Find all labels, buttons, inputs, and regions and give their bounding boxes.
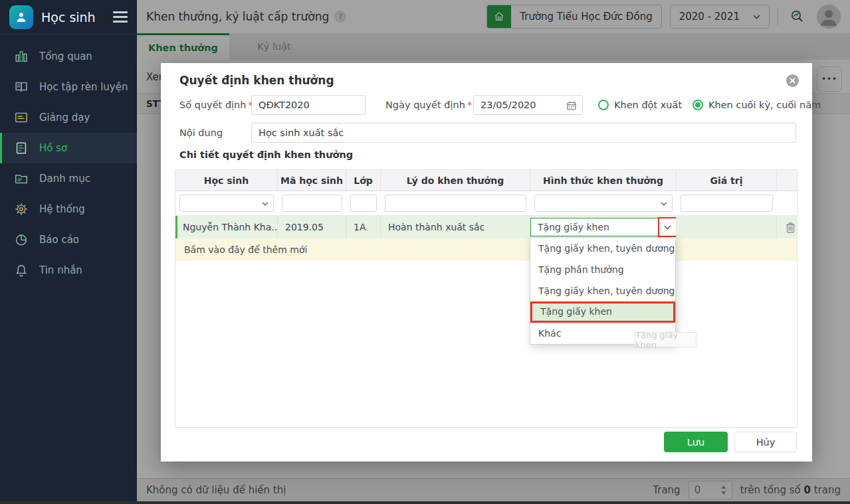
dropdown-option-2[interactable]: Tặng phần thưởng xyxy=(530,259,675,280)
radio-unchecked-icon xyxy=(598,100,609,110)
bell-icon xyxy=(13,262,29,278)
hamburger-menu-icon[interactable] xyxy=(113,11,128,23)
column-header-gia-tri: Giá trị xyxy=(677,170,777,191)
document-icon xyxy=(13,140,29,156)
table-header-row: Học sinh Mã học sinh Lớp Lý do khen thưở… xyxy=(175,170,797,191)
detail-section-title: Chi tiết quyết định khen thưởng xyxy=(179,149,353,160)
board-icon xyxy=(13,110,29,126)
add-new-row[interactable]: Bấm vào đây để thêm mới xyxy=(175,238,797,261)
filter-select-hoc-sinh[interactable] xyxy=(179,195,274,212)
content-label: Nội dung xyxy=(179,123,223,143)
cell-reason: Hoàn thành xuất sắc xyxy=(381,216,530,238)
cell-class: 1A xyxy=(346,216,381,238)
cell-student-code: 2019.05 xyxy=(278,216,346,238)
radio-khen-dot-xuat[interactable]: Khen đột xuất xyxy=(598,95,682,115)
trash-icon[interactable] xyxy=(786,222,796,233)
decision-date-label: Ngày quyết định* xyxy=(385,95,472,115)
column-header-actions xyxy=(777,170,797,191)
table-filter-row xyxy=(175,191,797,216)
filter-input-lop[interactable] xyxy=(350,195,377,212)
book-icon xyxy=(13,79,29,95)
reward-type-dropdown-menu: Tặng giấy khen, tuyên dương, phần Tặng p… xyxy=(530,237,676,345)
sidebar-item-bao-cao[interactable]: Báo cáo xyxy=(0,224,137,255)
sidebar-item-label: Báo cáo xyxy=(39,234,79,246)
app-title: Học sinh xyxy=(41,10,105,25)
pie-chart-icon xyxy=(13,232,29,248)
sidebar-item-giang-day[interactable]: Giảng dạy xyxy=(0,102,137,133)
sidebar-item-label: Học tập rèn luyện xyxy=(39,81,128,93)
filter-input-ly-do[interactable] xyxy=(385,195,526,212)
decision-number-input[interactable]: QĐKT2020 xyxy=(251,95,366,115)
dropdown-option-3[interactable]: Tặng giấy khen, tuyên dương xyxy=(530,280,675,301)
reward-decision-modal: Quyết định khen thưởng Số quyết định* QĐ… xyxy=(161,63,812,462)
sidebar-item-tin-nhan[interactable]: Tin nhắn xyxy=(0,255,137,286)
sidebar: Học sinh Tổng quan Học tập rèn luyện xyxy=(0,0,137,504)
sidebar-item-label: Giảng dạy xyxy=(39,112,90,124)
reward-type-value: Tặng giấy khen xyxy=(531,222,609,232)
chevron-down-icon xyxy=(661,202,667,206)
radio-checked-icon xyxy=(692,100,703,110)
content-input[interactable]: Học sinh xuất sắc xyxy=(251,123,796,143)
sidebar-item-label: Tổng quan xyxy=(39,50,92,62)
decision-date-input[interactable]: 23/05/2020 xyxy=(473,95,583,115)
sidebar-header: Học sinh xyxy=(0,0,137,35)
cell-student: Nguyễn Thành Kha... xyxy=(175,216,278,238)
sidebar-item-label: Hồ sơ xyxy=(39,142,67,154)
radio-khen-cuoi-ky[interactable]: Khen cuối kỳ, cuối năm xyxy=(692,95,821,115)
column-header-lop: Lớp xyxy=(346,170,381,191)
column-header-ma-hoc-sinh: Mã học sinh xyxy=(278,170,346,191)
column-header-ly-do: Lý do khen thưởng xyxy=(381,170,530,191)
sidebar-item-label: Danh mục xyxy=(39,173,90,185)
cancel-button[interactable]: Hủy xyxy=(734,432,797,452)
calendar-icon[interactable] xyxy=(566,100,577,111)
dropdown-option-4-selected-annotated[interactable]: Tặng giấy khen xyxy=(530,301,675,323)
close-icon[interactable] xyxy=(786,74,799,87)
sidebar-item-label: Tin nhắn xyxy=(39,264,82,276)
sidebar-item-danh-muc[interactable]: Danh mục xyxy=(0,163,137,194)
filter-input-ma-hoc-sinh[interactable] xyxy=(282,195,342,212)
reward-type-select[interactable]: Tặng giấy khen xyxy=(530,218,677,236)
sidebar-item-label: Hệ thống xyxy=(39,203,85,215)
save-button[interactable]: Lưu xyxy=(664,432,728,452)
sidebar-item-ho-so[interactable]: Hồ sơ xyxy=(0,133,137,163)
sidebar-menu: Tổng quan Học tập rèn luyện Giảng dạy xyxy=(0,35,137,286)
folder-icon xyxy=(13,171,29,187)
app-logo xyxy=(9,5,33,29)
column-header-hinh-thuc: Hình thức khen thưởng xyxy=(530,170,677,191)
cell-value xyxy=(677,216,777,238)
filter-input-gia-tri[interactable] xyxy=(681,195,773,212)
decision-number-label: Số quyết định* xyxy=(179,95,253,115)
column-header-hoc-sinh: Học sinh xyxy=(175,170,278,191)
window-bottom-edge xyxy=(0,501,850,504)
sidebar-item-hoc-tap-ren-luyen[interactable]: Học tập rèn luyện xyxy=(0,72,137,102)
reward-type-chevron-annotated[interactable] xyxy=(658,217,677,237)
sidebar-item-tong-quan[interactable]: Tổng quan xyxy=(0,41,137,72)
chevron-down-icon xyxy=(262,202,268,206)
bar-chart-icon xyxy=(13,48,29,64)
tooltip: Tặng giấy khen xyxy=(635,332,696,347)
table-row[interactable]: Nguyễn Thành Kha... 2019.05 1A Hoàn thàn… xyxy=(175,216,797,238)
sidebar-item-he-thong[interactable]: Hệ thống xyxy=(0,194,137,224)
filter-select-hinh-thuc[interactable] xyxy=(534,195,673,212)
detail-table: Học sinh Mã học sinh Lớp Lý do khen thưở… xyxy=(175,169,797,428)
dropdown-option-1[interactable]: Tặng giấy khen, tuyên dương, phần xyxy=(530,238,675,259)
gear-icon xyxy=(13,201,29,217)
cell-reward-type: Tặng giấy khen xyxy=(530,216,677,238)
student-icon xyxy=(14,10,29,25)
cell-actions xyxy=(777,216,797,238)
modal-title: Quyết định khen thưởng xyxy=(179,74,334,87)
